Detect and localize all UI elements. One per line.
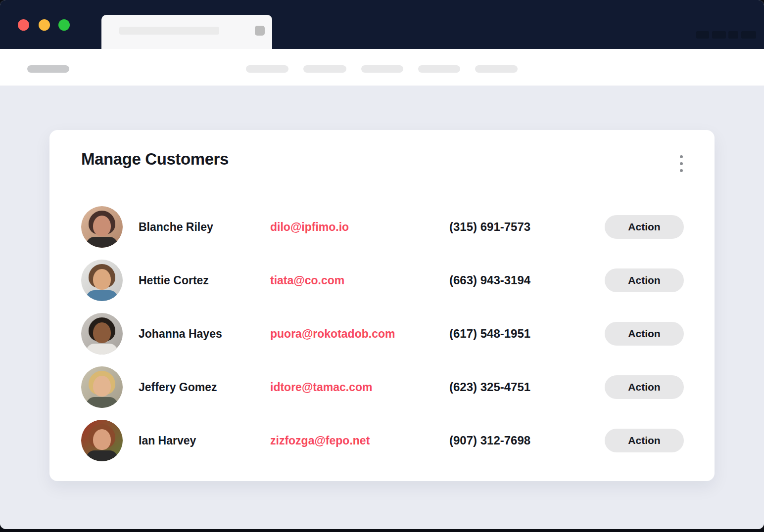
manage-customers-card: Manage Customers Blanche Riley dilo@ipfi… — [49, 130, 715, 481]
avatar — [81, 366, 123, 408]
table-row: Johanna Hayes puora@rokotadob.com (617) … — [81, 307, 684, 360]
action-button[interactable]: Action — [605, 268, 684, 292]
tab-favicon-placeholder — [255, 26, 265, 36]
customer-phone: (907) 312-7698 — [449, 434, 605, 447]
titlebar-menu-placeholder — [696, 31, 709, 39]
customer-email-link[interactable]: zizfozga@fepo.net — [270, 434, 449, 447]
page-title: Manage Customers — [81, 150, 229, 169]
customer-name: Jeffery Gomez — [139, 381, 270, 394]
table-row: Jeffery Gomez idtore@tamac.com (623) 325… — [81, 360, 684, 414]
avatar — [81, 206, 123, 248]
customer-phone: (617) 548-1951 — [449, 327, 605, 341]
customer-email-link[interactable]: dilo@ipfimo.io — [270, 221, 449, 234]
customer-email-link[interactable]: puora@rokotadob.com — [270, 327, 449, 341]
nav-link-placeholder — [418, 65, 460, 73]
address-bar-placeholder — [27, 65, 69, 73]
customer-name: Blanche Riley — [139, 221, 270, 234]
action-button[interactable]: Action — [605, 375, 684, 399]
browser-titlebar — [0, 0, 764, 49]
window-zoom-button[interactable] — [58, 19, 70, 31]
titlebar-menu-placeholder — [728, 31, 738, 39]
action-button[interactable]: Action — [605, 322, 684, 346]
browser-tab[interactable] — [101, 15, 272, 49]
titlebar-menu-placeholder — [712, 31, 726, 39]
avatar — [81, 260, 123, 301]
window-close-button[interactable] — [18, 19, 29, 31]
customer-phone: (663) 943-3194 — [449, 273, 605, 287]
nav-link-placeholder — [303, 65, 346, 73]
customer-name: Hettie Cortez — [139, 274, 270, 287]
action-button[interactable]: Action — [605, 215, 684, 239]
customer-phone: (623) 325-4751 — [449, 380, 605, 394]
customer-name: Johanna Hayes — [139, 327, 270, 341]
page-content: Manage Customers Blanche Riley dilo@ipfi… — [0, 86, 764, 529]
titlebar-menu-placeholder — [741, 31, 756, 39]
nav-link-placeholder — [246, 65, 288, 73]
customer-name: Ian Harvey — [139, 434, 270, 447]
customer-phone: (315) 691-7573 — [449, 220, 605, 234]
table-row: Blanche Riley dilo@ipfimo.io (315) 691-7… — [81, 200, 684, 254]
customer-list: Blanche Riley dilo@ipfimo.io (315) 691-7… — [81, 200, 684, 467]
nav-link-placeholder — [475, 65, 518, 73]
avatar — [81, 420, 123, 461]
nav-link-placeholder — [361, 65, 403, 73]
browser-toolbar — [0, 49, 764, 86]
action-button[interactable]: Action — [605, 429, 684, 452]
avatar — [81, 313, 123, 355]
browser-window: Manage Customers Blanche Riley dilo@ipfi… — [0, 0, 764, 529]
customer-email-link[interactable]: idtore@tamac.com — [270, 381, 449, 394]
table-row: Ian Harvey zizfozga@fepo.net (907) 312-7… — [81, 414, 684, 467]
tab-title-placeholder — [119, 27, 219, 35]
card-header: Manage Customers — [81, 130, 684, 174]
table-row: Hettie Cortez tiata@co.com (663) 943-319… — [81, 254, 684, 307]
window-minimize-button[interactable] — [39, 19, 50, 31]
customer-email-link[interactable]: tiata@co.com — [270, 274, 449, 287]
kebab-vertical-icon[interactable] — [676, 153, 687, 174]
